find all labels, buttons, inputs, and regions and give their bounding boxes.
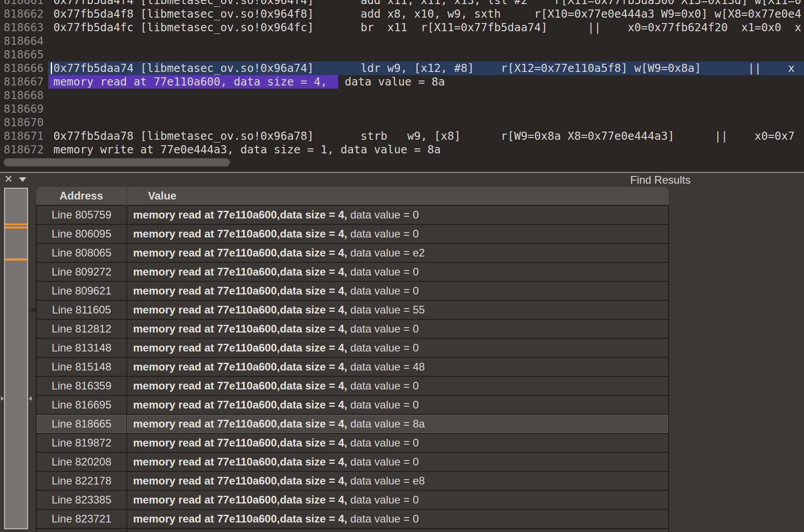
cell-value[interactable]: memory read at 77e110a600,data size = 4,… [127,528,669,532]
find-results-table: Address Value Line 805759memory read at … [36,187,669,532]
cell-address[interactable]: Line 823385 [36,490,127,509]
cell-address[interactable]: Line 819872 [36,433,127,452]
chevron-down-icon[interactable] [19,177,26,182]
column-header-address[interactable]: Address [36,187,127,205]
cell-address[interactable]: Line 808065 [36,243,127,262]
cell-value[interactable]: memory read at 77e110a600,data size = 4,… [127,490,669,509]
table-row[interactable]: Line 809272memory read at 77e110a600,dat… [36,262,669,281]
panel-title: Find Results [630,174,690,186]
cell-address[interactable]: Line 805759 [36,205,127,224]
table-row[interactable]: Line 823721memory read at 77e110a600,dat… [36,509,669,528]
table-row[interactable]: Line 811605memory read at 77e110a600,dat… [36,300,669,319]
cell-value[interactable]: memory read at 77e110a600,data size = 4,… [127,414,669,433]
line-number: 818668 [0,89,48,102]
close-icon[interactable]: × [5,171,13,187]
line-number: 818667 [0,75,48,89]
trace-lines: 8186610x77fb5da4f4 [libmetasec_ov.so!0x9… [0,0,804,156]
table-row[interactable]: Line 820208memory read at 77e110a600,dat… [36,452,669,471]
table-row[interactable]: Line 816695memory read at 77e110a600,dat… [36,395,669,414]
cell-address[interactable]: Line 822178 [36,471,127,490]
table-row[interactable]: Line 812812memory read at 77e110a600,dat… [36,319,669,338]
cell-value[interactable]: memory read at 77e110a600,data size = 4,… [127,357,669,376]
value-bold-text: memory read at 77e110a600,data size = 4, [133,323,347,335]
value-bold-text: memory read at 77e110a600,data size = 4, [133,228,347,240]
cell-address[interactable]: Line 816695 [36,395,127,414]
cell-value[interactable]: memory read at 77e110a600,data size = 4,… [127,319,669,338]
cell-value[interactable]: memory read at 77e110a600,data size = 4,… [127,281,669,300]
cell-address[interactable]: Line 820208 [36,452,127,471]
value-bold-text: memory read at 77e110a600,data size = 4, [133,209,347,221]
trace-line[interactable]: 818665 [0,48,804,62]
cell-address[interactable]: Line 809272 [36,262,127,281]
trace-pane[interactable]: 8186610x77fb5da4f4 [libmetasec_ov.so!0x9… [0,0,804,173]
trace-line[interactable]: 8186610x77fb5da4f4 [libmetasec_ov.so!0x9… [0,0,804,7]
cell-address[interactable]: Line 823721 [36,509,127,528]
results-minimap[interactable] [4,188,28,529]
cell-address[interactable]: Line 815148 [36,357,127,376]
cell-value[interactable]: memory read at 77e110a600,data size = 4,… [127,262,669,281]
cell-address[interactable]: Line 816359 [36,376,127,395]
table-row[interactable]: Line 818665memory read at 77e110a600,dat… [36,414,669,433]
cell-address[interactable]: Line 806095 [36,224,127,243]
table-row[interactable]: Line 813148memory read at 77e110a600,dat… [36,338,669,357]
cell-value[interactable]: memory read at 77e110a600,data size = 4,… [127,243,669,262]
cell-value[interactable]: memory read at 77e110a600,data size = 4,… [127,224,669,243]
trace-line[interactable]: 8186660x77fb5daa74 [libmetasec_ov.so!0x9… [0,62,804,75]
cell-value[interactable]: memory read at 77e110a600,data size = 4,… [127,338,669,357]
cell-value[interactable]: memory read at 77e110a600,data size = 4,… [127,452,669,471]
table-row[interactable]: Line 805759memory read at 77e110a600,dat… [36,205,669,224]
cell-address[interactable]: Line 809621 [36,281,127,300]
trace-line[interactable]: 8186630x77fb5da4fc [libmetasec_ov.so!0x9… [0,21,804,34]
line-code: memory read at 77e110a600, data size = 4… [48,75,804,89]
text-cursor [51,62,52,74]
value-bold-text: memory read at 77e110a600,data size = 4, [133,513,347,525]
line-code: 0x77fb5da4fc [libmetasec_ov.so!0x964fc] … [48,21,804,34]
trace-line[interactable]: 818670 [0,116,804,129]
cell-value[interactable]: memory read at 77e110a600,data size = 4,… [127,300,669,319]
table-row[interactable]: Line 816359memory read at 77e110a600,dat… [36,376,669,395]
table-row[interactable]: Line 809621memory read at 77e110a600,dat… [36,281,669,300]
horizontal-scrollbar-thumb[interactable] [4,158,230,166]
cell-address[interactable]: Line 813148 [36,338,127,357]
line-code [48,116,804,129]
cell-address[interactable]: Line 825691 [36,528,127,532]
cell-value[interactable]: memory read at 77e110a600,data size = 4,… [127,471,669,490]
line-number: 818671 [0,129,48,143]
cell-value[interactable]: memory read at 77e110a600,data size = 4,… [127,395,669,414]
line-code: 0x77fb5daa78 [libmetasec_ov.so!0x96a78] … [48,129,804,143]
trace-line[interactable]: 818672memory write at 77e0e444a3, data s… [0,143,804,156]
trace-line[interactable]: 8186620x77fb5da4f8 [libmetasec_ov.so!0x9… [0,7,804,21]
table-row[interactable]: Line 825691memory read at 77e110a600,dat… [36,528,669,532]
value-bold-text: memory read at 77e110a600,data size = 4, [133,494,347,506]
table-row[interactable]: Line 815148memory read at 77e110a600,dat… [36,357,669,376]
trace-line[interactable]: 818668 [0,89,804,102]
trace-viewport: 8186610x77fb5da4f4 [libmetasec_ov.so!0x9… [0,0,804,156]
line-number: 818662 [0,7,48,21]
cell-value[interactable]: memory read at 77e110a600,data size = 4,… [127,509,669,528]
line-number: 818664 [0,34,48,48]
cell-value[interactable]: memory read at 77e110a600,data size = 4,… [127,376,669,395]
cell-address[interactable]: Line 818665 [36,414,127,433]
trace-line[interactable]: 8186710x77fb5daa78 [libmetasec_ov.so!0x9… [0,129,804,143]
value-bold-text: memory read at 77e110a600,data size = 4, [133,418,347,430]
hit-marker [5,258,27,261]
line-code: 0x77fb5daa74 [libmetasec_ov.so!0x96a74] … [48,62,804,75]
value-bold-text: memory read at 77e110a600,data size = 4, [133,456,347,468]
table-row[interactable]: Line 806095memory read at 77e110a600,dat… [36,224,669,243]
table-row[interactable]: Line 822178memory read at 77e110a600,dat… [36,471,669,490]
table-header-row: Address Value [36,187,669,205]
cell-address[interactable]: Line 811605 [36,300,127,319]
debugger-window: 8186610x77fb5da4f4 [libmetasec_ov.so!0x9… [0,0,804,532]
cell-value[interactable]: memory read at 77e110a600,data size = 4,… [127,205,669,224]
table-row[interactable]: Line 808065memory read at 77e110a600,dat… [36,243,669,262]
table-row[interactable]: Line 819872memory read at 77e110a600,dat… [36,433,669,452]
column-header-value[interactable]: Value [127,187,669,205]
trace-line[interactable]: 818667memory read at 77e110a600, data si… [0,75,804,89]
hit-marker-current-top [5,223,27,225]
cell-value[interactable]: memory read at 77e110a600,data size = 4,… [127,433,669,452]
cell-address[interactable]: Line 812812 [36,319,127,338]
trace-line[interactable]: 818669 [0,102,804,116]
trace-line[interactable]: 818664 [0,34,804,48]
table-row[interactable]: Line 823385memory read at 77e110a600,dat… [36,490,669,509]
line-code [48,48,804,62]
